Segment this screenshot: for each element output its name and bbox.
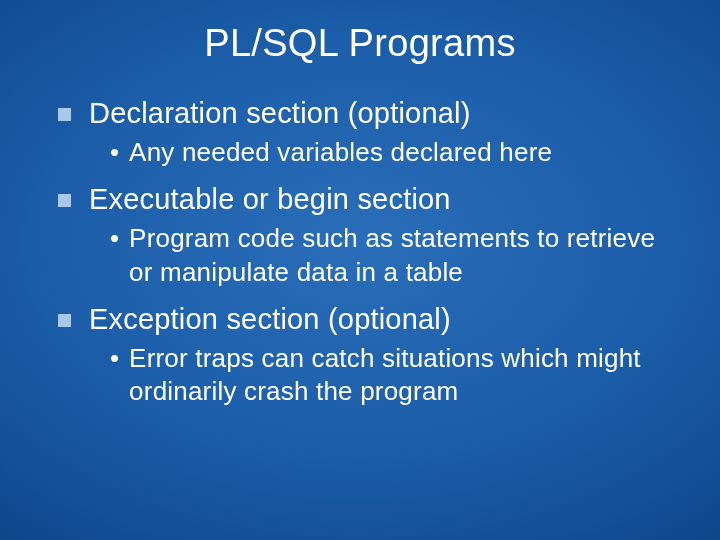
bullet-level1: Executable or begin section — [58, 181, 682, 218]
slide: PL/SQL Programs Declaration section (opt… — [0, 0, 720, 540]
slide-content: Declaration section (optional) • Any nee… — [0, 95, 720, 409]
subbullet-text: Any needed variables declared here — [129, 136, 552, 169]
subbullet-text: Error traps can catch situations which m… — [129, 342, 682, 409]
square-bullet-icon — [58, 314, 71, 327]
dot-bullet-icon: • — [110, 136, 119, 169]
bullet-text: Declaration section (optional) — [89, 95, 471, 132]
dot-bullet-icon: • — [110, 342, 119, 375]
square-bullet-icon — [58, 194, 71, 207]
bullet-level1: Declaration section (optional) — [58, 95, 682, 132]
bullet-text: Executable or begin section — [89, 181, 451, 218]
square-bullet-icon — [58, 108, 71, 121]
subbullet-text: Program code such as statements to retri… — [129, 222, 682, 289]
bullet-text: Exception section (optional) — [89, 301, 451, 338]
bullet-level2: • Any needed variables declared here — [110, 136, 682, 169]
dot-bullet-icon: • — [110, 222, 119, 255]
slide-title: PL/SQL Programs — [0, 0, 720, 83]
bullet-level2: • Error traps can catch situations which… — [110, 342, 682, 409]
bullet-level2: • Program code such as statements to ret… — [110, 222, 682, 289]
bullet-level1: Exception section (optional) — [58, 301, 682, 338]
